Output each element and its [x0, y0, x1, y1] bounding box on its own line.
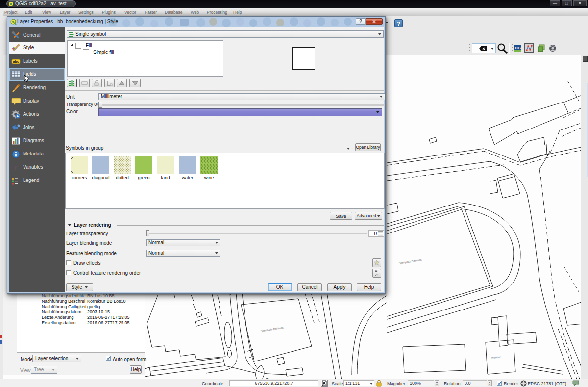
svg-text:Sporthalle Dorfmatt: Sporthalle Dorfmatt [260, 326, 284, 333]
svg-text:Werkhof: Werkhof [491, 356, 501, 359]
svg-text:ε: ε [14, 163, 18, 172]
svg-text:abc: abc [13, 60, 19, 63]
svg-text:DG: DG [515, 46, 521, 50]
svg-text:Sportplatz Dorfmatt: Sportplatz Dorfmatt [398, 258, 422, 265]
